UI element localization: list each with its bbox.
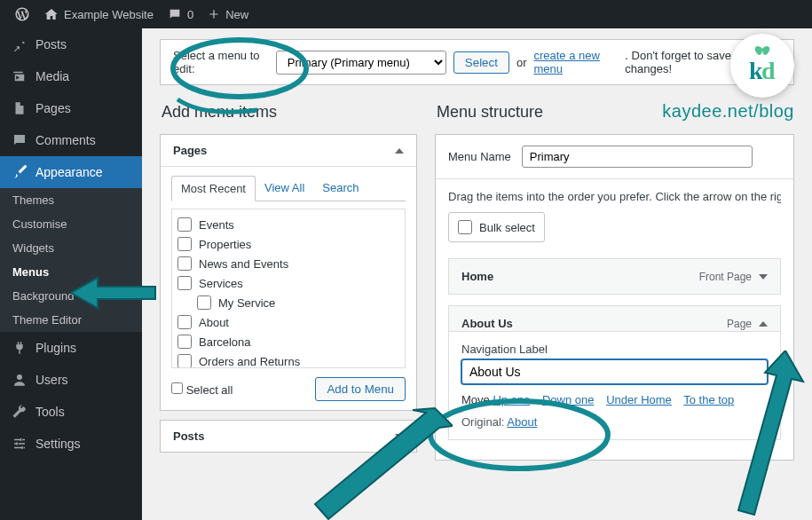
brush-icon [11,163,28,181]
create-menu-link[interactable]: create a new menu [533,49,618,75]
wrench-icon [11,403,28,421]
sidebar-label: Pages [35,101,71,115]
sidebar-sub-customise[interactable]: Customise [0,212,142,236]
bulk-select-row[interactable]: Bulk select [448,212,545,242]
sidebar-label: Tools [35,405,65,419]
sidebar-sub-widgets[interactable]: Widgets [0,236,142,260]
menu-item-home[interactable]: Home Front Page [448,258,781,295]
pages-panel-title: Pages [173,144,207,157]
home-icon [44,7,59,21]
bulk-select-checkbox[interactable] [458,220,472,234]
annotation-arrow-menus [71,271,160,315]
annotation-circle-select [151,28,319,126]
page-checkbox-row[interactable]: News and Events [176,254,401,273]
sidebar-item-appearance[interactable]: Appearance [0,156,142,188]
page-checkbox-row[interactable]: About [176,312,401,332]
pages-tabs: Most Recent View All Search [171,176,406,201]
sidebar-item-tools[interactable]: Tools [0,396,142,428]
page-checkbox[interactable] [177,276,192,290]
plus-icon [208,8,220,20]
site-name: Example Website [64,8,154,21]
pages-panel-toggle[interactable]: Pages [161,135,416,167]
sidebar-item-plugins[interactable]: Plugins [0,332,142,364]
chevron-down-icon [759,274,768,280]
sidebar-sub-themes[interactable]: Themes [0,188,142,212]
sidebar-label: Comments [35,133,96,147]
sidebar-item-media[interactable]: Media [0,60,142,92]
page-checkbox[interactable] [197,295,211,310]
pin-icon [11,35,28,53]
page-checkbox-row[interactable]: Events [176,215,401,234]
sidebar-label: Posts [35,37,67,51]
svg-point-2 [173,40,306,97]
bulk-select-label: Bulk select [479,221,535,234]
admin-topbar: Example Website 0 New [0,0,812,28]
wordpress-icon [14,6,30,22]
chevron-up-icon [759,321,768,327]
sidebar-label: Plugins [35,341,76,355]
new-label: New [225,8,248,21]
posts-panel-title: Posts [173,429,204,443]
wp-logo[interactable] [7,0,37,28]
drag-instructions: Drag the items into the order you prefer… [448,190,781,203]
comment-icon [168,7,182,21]
sidebar-item-settings[interactable]: Settings [0,428,142,460]
page-checkbox-row[interactable]: Orders and Returns [176,351,401,368]
tab-search[interactable]: Search [313,176,367,201]
annotation-arrow-expand [710,351,808,519]
svg-marker-5 [315,408,453,519]
comments-link[interactable]: 0 [161,0,201,28]
sidebar-label: Settings [35,437,81,451]
new-content-link[interactable]: New [201,0,256,28]
media-icon [11,67,28,85]
page-checkbox[interactable] [177,217,192,232]
kd-logo-icon: k d [740,43,784,88]
svg-marker-6 [738,351,803,515]
select-all-checkbox[interactable] [171,382,183,394]
svg-point-3 [430,401,608,469]
pages-panel: Pages Most Recent View All Search Events… [160,134,417,411]
site-home-link[interactable]: Example Website [37,0,161,28]
comments-count: 0 [187,8,193,21]
menu-name-label: Menu Name [448,150,511,163]
or-text: or [516,56,527,69]
page-checkbox-row[interactable]: Services [176,273,401,293]
sidebar-item-pages[interactable]: Pages [0,92,142,124]
page-checkbox-row[interactable]: My Service [176,293,401,312]
sidebar-label: Users [35,373,68,387]
sidebar-item-users[interactable]: Users [0,364,142,396]
add-to-menu-button[interactable]: Add to Menu [315,377,406,401]
page-checkbox[interactable] [177,237,192,251]
select-button[interactable]: Select [453,51,509,74]
annotation-arrow-navlabel [275,399,453,520]
sidebar-item-comments[interactable]: Comments [0,124,142,156]
menu-item-title: Home [461,270,493,283]
page-checkbox[interactable] [177,256,192,271]
watermark-url: kaydee.net/blog [662,101,794,122]
page-checkbox[interactable] [177,315,192,329]
page-checkbox-row[interactable]: Properties [176,234,401,254]
pages-icon [11,99,28,117]
page-checkbox[interactable] [177,354,192,368]
svg-marker-4 [71,278,155,308]
sliders-icon [11,435,28,453]
menu-item-type: Front Page [699,271,752,283]
sidebar-item-posts[interactable]: Posts [0,28,142,60]
watermark: k d kaydee.net/blog [662,34,794,122]
chevron-up-icon [395,148,404,154]
menu-name-input[interactable] [522,146,753,168]
menu-item-title: About Us [461,317,513,330]
tab-most-recent[interactable]: Most Recent [171,176,256,201]
tab-view-all[interactable]: View All [256,176,313,201]
page-checkbox[interactable] [177,335,192,349]
pages-checklist[interactable]: Events Properties News and Events Servic… [171,209,406,368]
user-icon [11,371,28,389]
page-checkbox-row[interactable]: Barcelona [176,332,401,351]
sidebar-label: Media [35,69,69,83]
menu-item-type: Page [727,318,752,330]
plug-icon [11,339,28,357]
kd-logo-badge: k d [730,34,794,98]
select-all-row[interactable]: Select all [171,382,233,397]
comment-icon [11,131,28,149]
svg-text:d: d [761,57,776,84]
